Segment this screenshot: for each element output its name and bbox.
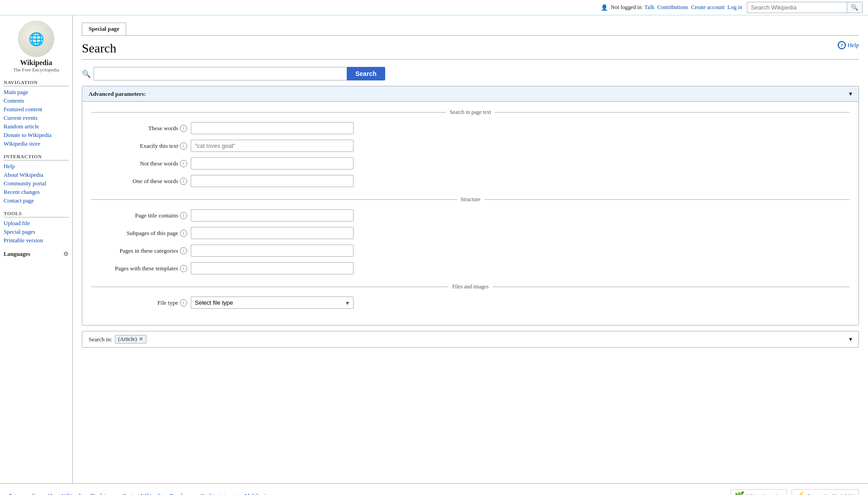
tools-section-title: Tools [4,211,69,217]
sidebar-item-help[interactable]: Help [4,162,69,171]
sidebar-item-random[interactable]: Random article [4,123,69,131]
login-link[interactable]: Log in [727,4,742,11]
sidebar-item-printable[interactable]: Printable version [4,236,69,245]
wikimedia-label: Wikimedia project [746,493,783,495]
main-search-input[interactable] [94,67,347,80]
footer-cookie-link[interactable]: Cookie statement [201,493,239,495]
talk-link[interactable]: Talk [645,4,655,11]
header-search-input[interactable] [747,2,847,13]
wikimedia-icon: 🌿 [735,491,745,495]
tab-special-page[interactable]: Special page [82,23,126,35]
subpages-input[interactable] [191,227,354,239]
sidebar-item-contents[interactable]: Contents [4,97,69,105]
not-logged-in-label: Not logged in [611,4,642,11]
files-images-label: Files and images [452,283,489,290]
pages-in-categories-input[interactable] [191,245,354,257]
logo-circle: 🌐 [18,21,54,57]
search-in-toggle[interactable]: Search in: (Article) ✕ ▾ [82,331,859,347]
not-these-words-row: Not these words i [91,157,849,170]
advanced-body: Search in page text These words i Exactl… [82,102,859,325]
sidebar-item-recent[interactable]: Recent changes [4,188,69,197]
advanced-chevron-icon: ▾ [849,90,852,98]
create-account-link[interactable]: Create account [691,4,725,11]
sidebar-item-donate[interactable]: Donate to Wikipedia [4,131,69,140]
sidebar-item-contact[interactable]: Contact page [4,197,69,205]
pages-with-templates-row: Pages with these templates i [91,262,849,274]
header-search-button[interactable]: 🔍 [847,2,862,13]
page-title-contains-input[interactable] [191,209,354,222]
exactly-this-text-label: Exactly this text i [91,142,191,150]
page-title-info-icon[interactable]: i [180,212,187,219]
help-icon: ? [838,41,846,49]
user-icon: 👤 [601,4,608,11]
pages-with-templates-label: Pages with these templates i [91,265,191,272]
sidebar-item-main-page[interactable]: Main page [4,88,69,97]
search-in-page-text-group: Search in page text These words i Exactl… [91,109,849,187]
one-of-these-words-input[interactable] [191,175,354,187]
one-of-these-words-info-icon[interactable]: i [180,178,187,185]
exactly-this-text-row: Exactly this text i [91,140,849,152]
mediawiki-label: Powered by MediaWiki [807,493,855,495]
footer-mobile-link[interactable]: Mobile view [245,493,272,495]
footer-developers-link[interactable]: Developers [170,493,194,495]
contributions-link[interactable]: Contributions [657,4,689,11]
footer-about-link[interactable]: About Wikipedia [47,493,84,495]
pages-with-templates-info-icon[interactable]: i [180,265,187,272]
wikimedia-badge: 🌿 Wikimedia project [731,489,788,495]
exactly-this-text-info-icon[interactable]: i [180,142,187,150]
sidebar: 🌐 Wikipedia The Free Encyclopedia Naviga… [0,15,72,483]
not-these-words-info-icon[interactable]: i [180,160,187,167]
pages-with-templates-input[interactable] [191,262,354,274]
structure-divider: Structure [91,196,849,203]
file-type-row: File type i Select file type All Images … [91,297,849,309]
sidebar-item-featured[interactable]: Featured content [4,105,69,114]
sidebar-item-about[interactable]: About Wikipedia [4,171,69,179]
these-words-row: These words i [91,122,849,134]
navigation-section-title: Navigation [4,80,69,86]
page-title-row: Search ? Help [82,41,859,60]
tab-bar: Special page [82,23,859,36]
tag-label: (Article) [118,336,137,343]
site-footer: Privacy policy About Wikipedia Disclaime… [0,483,868,495]
exactly-this-text-input[interactable] [191,140,354,152]
help-link[interactable]: ? Help [838,41,859,49]
sidebar-item-store[interactable]: Wikipedia store [4,140,69,148]
footer-disclaimers-link[interactable]: Disclaimers [90,493,116,495]
logo-symbol: 🌐 [28,32,44,47]
main-search-button[interactable]: Search [347,67,385,80]
search-in-chevron-icon: ▾ [849,335,852,343]
these-words-info-icon[interactable]: i [180,125,187,132]
these-words-input[interactable] [191,122,354,134]
mediawiki-badge: ⚡ Powered by MediaWiki [792,489,859,495]
file-type-label: File type i [91,299,191,306]
search-in-tag: (Article) ✕ [115,335,146,344]
sidebar-item-upload[interactable]: Upload file [4,219,69,228]
footer-privacy-link[interactable]: Privacy policy [9,493,41,495]
pages-in-categories-label: Pages in these categories i [91,247,191,255]
sidebar-item-special-pages[interactable]: Special pages [4,228,69,236]
tag-close-button[interactable]: ✕ [139,336,143,343]
header-search-box: 🔍 [747,2,863,13]
pages-in-categories-info-icon[interactable]: i [180,247,187,255]
footer-contact-link[interactable]: Contact Wikipedia [123,493,163,495]
one-of-these-words-row: One of these words i [91,175,849,187]
sidebar-item-current-events[interactable]: Current events [4,114,69,123]
wiki-logo: 🌐 Wikipedia The Free Encyclopedia [4,21,69,72]
help-label: Help [848,42,859,49]
footer-logos: 🌿 Wikimedia project ⚡ Powered by MediaWi… [731,489,859,495]
file-type-select[interactable]: Select file type All Images Audio Video … [191,297,354,309]
subpages-info-icon[interactable]: i [180,230,187,237]
sidebar-item-community[interactable]: Community portal [4,179,69,188]
main-search-icon: 🔍 [82,70,91,78]
interaction-section-title: Interaction [4,154,69,160]
main-layout: 🌐 Wikipedia The Free Encyclopedia Naviga… [0,15,868,483]
gear-icon[interactable]: ⚙ [63,250,69,258]
mediawiki-icon: ⚡ [796,491,806,495]
file-type-info-icon[interactable]: i [180,299,187,306]
structure-group: Structure Page title contains i Subpages… [91,196,849,274]
search-in-panel: Search in: (Article) ✕ ▾ [82,331,859,348]
not-these-words-label: Not these words i [91,160,191,167]
page-title-contains-label: Page title contains i [91,212,191,219]
advanced-parameters-toggle[interactable]: Advanced parameters: ▾ [82,86,859,102]
not-these-words-input[interactable] [191,157,354,170]
